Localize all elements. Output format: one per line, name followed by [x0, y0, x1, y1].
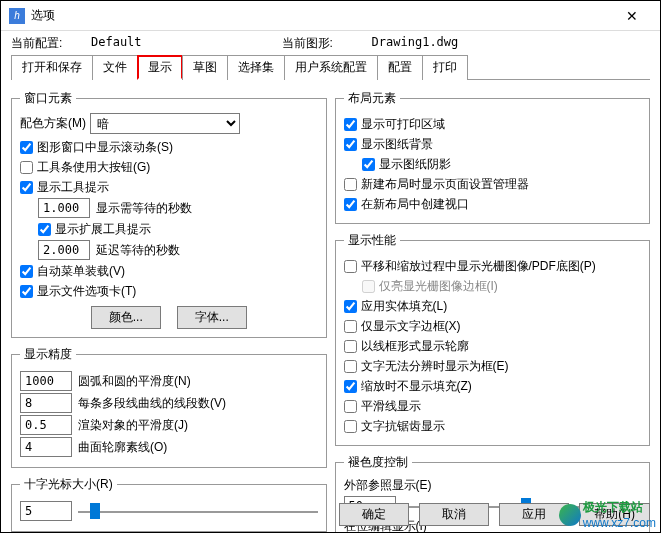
font-button[interactable]: 字体...	[177, 306, 247, 329]
apply-button[interactable]: 应用	[499, 503, 569, 526]
page-setup-checkbox[interactable]	[344, 178, 357, 191]
smooth-line-checkbox[interactable]	[344, 400, 357, 413]
current-drawing-label: 当前图形:	[282, 35, 372, 52]
pan-zoom-raster-label: 平移和缩放过程中显示光栅图像/PDF底图(P)	[361, 258, 596, 275]
auto-menu-checkbox[interactable]	[20, 265, 33, 278]
file-tabs-label: 显示文件选项卡(T)	[37, 283, 136, 300]
crosshair-slider[interactable]	[78, 501, 318, 521]
tooltips-checkbox[interactable]	[20, 181, 33, 194]
current-config-value: Default	[91, 35, 142, 52]
color-scheme-label: 配色方案(M)	[20, 115, 86, 132]
tab-files[interactable]: 文件	[92, 55, 138, 80]
ext-tooltip-delay-label: 延迟等待的秒数	[96, 242, 180, 259]
titlebar: h 选项 ✕	[1, 1, 660, 31]
external-ref-label: 外部参照显示(E)	[344, 477, 642, 494]
close-button[interactable]: ✕	[612, 2, 652, 30]
text-antialias-checkbox[interactable]	[344, 420, 357, 433]
footer-buttons: 确定 取消 应用 帮助(H)	[339, 503, 650, 526]
text-antialias-label: 文字抗锯齿显示	[361, 418, 445, 435]
crosshair-group: 十字光标大小(R)	[11, 476, 327, 532]
no-fill-zoom-label: 缩放时不显示填充(Z)	[361, 378, 472, 395]
tab-open-save[interactable]: 打开和保存	[11, 55, 93, 80]
window-elements-legend: 窗口元素	[20, 90, 76, 107]
display-performance-legend: 显示性能	[344, 232, 400, 249]
help-button[interactable]: 帮助(H)	[579, 503, 650, 526]
create-viewport-checkbox[interactable]	[344, 198, 357, 211]
tooltips-label: 显示工具提示	[37, 179, 109, 196]
tab-print[interactable]: 打印	[422, 55, 468, 80]
arc-smooth-label: 圆弧和圆的平滑度(N)	[78, 373, 191, 390]
large-buttons-checkbox[interactable]	[20, 161, 33, 174]
tooltip-delay-input[interactable]	[38, 198, 90, 218]
raster-frame-checkbox	[362, 280, 375, 293]
paper-shadow-label: 显示图纸阴影	[379, 156, 451, 173]
ext-tooltips-label: 显示扩展工具提示	[55, 221, 151, 238]
window-title: 选项	[31, 7, 612, 24]
tabstrip: 打开和保存 文件 显示 草图 选择集 用户系统配置 配置 打印	[11, 54, 650, 80]
right-column: 布局元素 显示可打印区域 显示图纸背景 显示图纸阴影 新建布局时显示页面设置管理…	[335, 90, 651, 533]
header-row: 当前配置: Default 当前图形: Drawing1.dwg	[1, 31, 660, 54]
left-column: 窗口元素 配色方案(M) 暗 图形窗口中显示滚动条(S) 工具条使用大按钮(G)…	[11, 90, 327, 533]
tooltip-delay-label: 显示需等待的秒数	[96, 200, 192, 217]
paper-shadow-checkbox[interactable]	[362, 158, 375, 171]
file-tabs-checkbox[interactable]	[20, 285, 33, 298]
tab-selection[interactable]: 选择集	[227, 55, 285, 80]
fade-control-legend: 褪色度控制	[344, 454, 412, 471]
text-frame-checkbox[interactable]	[344, 320, 357, 333]
page-setup-label: 新建布局时显示页面设置管理器	[361, 176, 529, 193]
no-fill-zoom-checkbox[interactable]	[344, 380, 357, 393]
create-viewport-label: 在新布局中创建视口	[361, 196, 469, 213]
app-icon: h	[9, 8, 25, 24]
text-truesize-checkbox[interactable]	[344, 360, 357, 373]
current-config-label: 当前配置:	[11, 35, 91, 52]
solid-fill-checkbox[interactable]	[344, 300, 357, 313]
render-smooth-label: 渲染对象的平滑度(J)	[78, 417, 188, 434]
tab-config[interactable]: 配置	[377, 55, 423, 80]
ext-tooltip-delay-input[interactable]	[38, 240, 90, 260]
printable-area-checkbox[interactable]	[344, 118, 357, 131]
crosshair-input[interactable]	[20, 501, 72, 521]
tab-draft[interactable]: 草图	[182, 55, 228, 80]
auto-menu-label: 自动菜单装载(V)	[37, 263, 125, 280]
color-scheme-select[interactable]: 暗	[90, 113, 240, 134]
text-frame-label: 仅显示文字边框(X)	[361, 318, 461, 335]
paper-bg-checkbox[interactable]	[344, 138, 357, 151]
scrollbars-checkbox[interactable]	[20, 141, 33, 154]
large-buttons-label: 工具条使用大按钮(G)	[37, 159, 150, 176]
display-accuracy-group: 显示精度 圆弧和圆的平滑度(N) 每条多段线曲线的线段数(V) 渲染对象的平滑度…	[11, 346, 327, 468]
layout-elements-group: 布局元素 显示可打印区域 显示图纸背景 显示图纸阴影 新建布局时显示页面设置管理…	[335, 90, 651, 224]
layout-elements-legend: 布局元素	[344, 90, 400, 107]
arc-smooth-input[interactable]	[20, 371, 72, 391]
tab-user-sys[interactable]: 用户系统配置	[284, 55, 378, 80]
contour-lines-label: 曲面轮廓素线(O)	[78, 439, 167, 456]
content: 窗口元素 配色方案(M) 暗 图形窗口中显示滚动条(S) 工具条使用大按钮(G)…	[1, 80, 660, 533]
raster-frame-label: 仅亮显光栅图像边框(I)	[379, 278, 498, 295]
crosshair-legend: 十字光标大小(R)	[20, 476, 117, 493]
display-accuracy-legend: 显示精度	[20, 346, 76, 363]
wireframe-silh-label: 以线框形式显示轮廓	[361, 338, 469, 355]
display-performance-group: 显示性能 平移和缩放过程中显示光栅图像/PDF底图(P) 仅亮显光栅图像边框(I…	[335, 232, 651, 446]
window-elements-group: 窗口元素 配色方案(M) 暗 图形窗口中显示滚动条(S) 工具条使用大按钮(G)…	[11, 90, 327, 338]
current-drawing-value: Drawing1.dwg	[372, 35, 459, 52]
text-truesize-label: 文字无法分辨时显示为框(E)	[361, 358, 509, 375]
paper-bg-label: 显示图纸背景	[361, 136, 433, 153]
printable-area-label: 显示可打印区域	[361, 116, 445, 133]
smooth-line-label: 平滑线显示	[361, 398, 421, 415]
tab-display[interactable]: 显示	[137, 55, 183, 80]
render-smooth-input[interactable]	[20, 415, 72, 435]
poly-segs-input[interactable]	[20, 393, 72, 413]
ext-tooltips-checkbox[interactable]	[38, 223, 51, 236]
color-button[interactable]: 颜色...	[91, 306, 161, 329]
cancel-button[interactable]: 取消	[419, 503, 489, 526]
wireframe-silh-checkbox[interactable]	[344, 340, 357, 353]
poly-segs-label: 每条多段线曲线的线段数(V)	[78, 395, 226, 412]
scrollbars-label: 图形窗口中显示滚动条(S)	[37, 139, 173, 156]
ok-button[interactable]: 确定	[339, 503, 409, 526]
pan-zoom-raster-checkbox[interactable]	[344, 260, 357, 273]
contour-lines-input[interactable]	[20, 437, 72, 457]
solid-fill-label: 应用实体填充(L)	[361, 298, 448, 315]
